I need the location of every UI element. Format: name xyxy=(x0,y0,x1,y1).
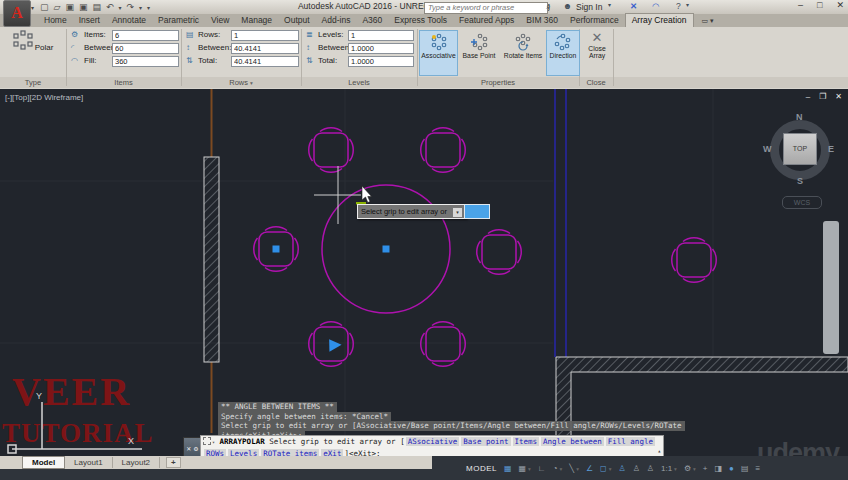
ribbon-display-toggle[interactable]: ▭ ▾ xyxy=(702,15,714,27)
annotation-autoscale-icon[interactable]: ♙ xyxy=(633,464,640,473)
polar-tracking-icon[interactable]: ◔ xyxy=(553,464,563,473)
command-customize-icon[interactable]: ⚙ xyxy=(193,445,198,452)
model-space-label[interactable]: MODEL xyxy=(466,464,497,473)
command-options-icon[interactable] xyxy=(203,437,211,445)
grid-icon[interactable]: ▦ xyxy=(504,464,512,473)
items-count-input[interactable] xyxy=(112,30,179,41)
search-input[interactable] xyxy=(424,2,548,14)
associative-toggle-button[interactable]: Associative xyxy=(419,30,458,76)
annotation-flag-icon[interactable]: ♙ xyxy=(647,464,654,473)
view-cube[interactable]: N W E S TOP xyxy=(766,116,834,184)
workspace-gear-icon[interactable]: ⚙ xyxy=(684,464,696,473)
tab-a360[interactable]: A360 xyxy=(356,14,388,27)
application-menu-button[interactable]: A xyxy=(3,0,31,27)
levels-count-input[interactable] xyxy=(348,30,414,41)
items-between-input[interactable] xyxy=(112,43,179,54)
object-snap-tracking-icon[interactable]: ∠ xyxy=(586,464,593,473)
dynamic-input-field[interactable] xyxy=(464,204,490,219)
polar-array-type-button[interactable]: Polar xyxy=(8,30,58,75)
direction-toggle-button[interactable]: Direction xyxy=(546,30,580,76)
tab-express-tools[interactable]: Express Tools xyxy=(388,14,453,27)
sign-in-button[interactable]: Sign In xyxy=(576,2,602,12)
sign-in-dropdown-icon[interactable]: ▾ xyxy=(608,1,611,8)
levels-total-icon: ⇅ xyxy=(306,56,313,65)
tab-add-ins[interactable]: Add-ins xyxy=(316,14,357,27)
quick-properties-icon[interactable]: ◨ xyxy=(714,464,722,473)
close-array-button[interactable]: ✕ Close Array xyxy=(581,30,613,76)
tab-array-creation[interactable]: Array Creation xyxy=(625,13,694,27)
object-snap-icon[interactable]: ◻ xyxy=(600,464,611,473)
annotation-visibility-icon[interactable]: ♙ xyxy=(618,464,625,473)
maximize-button[interactable]: □ xyxy=(817,0,822,10)
help-dropdown-icon[interactable]: ▾ xyxy=(686,1,689,8)
doc-restore-button[interactable]: ❐ xyxy=(819,92,826,101)
tab-parametric[interactable]: Parametric xyxy=(152,14,205,27)
rotate-items-icon xyxy=(514,33,532,51)
levels-total-input[interactable] xyxy=(348,56,414,67)
rows-total-label: Total: xyxy=(198,56,217,65)
tab-featured-apps[interactable]: Featured Apps xyxy=(453,14,520,27)
tab-manage[interactable]: Manage xyxy=(235,14,278,27)
levels-between-input[interactable] xyxy=(348,43,414,54)
option-associative[interactable]: ASsociative xyxy=(406,437,460,446)
option-base-point[interactable]: Base point xyxy=(461,437,510,446)
viewcube-west-label[interactable]: W xyxy=(763,144,772,154)
tab-view[interactable]: View xyxy=(205,14,235,27)
customization-crosshair-icon[interactable]: + xyxy=(703,464,708,473)
items-fill-input[interactable] xyxy=(112,56,179,67)
option-angle-between[interactable]: Angle between xyxy=(541,437,604,446)
levels-between-icon: ↕ xyxy=(306,43,310,52)
a360-icon[interactable]: ◠ xyxy=(652,1,659,11)
tab-insert[interactable]: Insert xyxy=(73,14,106,27)
tab-bim-360[interactable]: BIM 360 xyxy=(520,14,564,27)
rows-total-input[interactable] xyxy=(231,56,299,67)
tab-annotate[interactable]: Annotate xyxy=(106,14,152,27)
new-layout-button[interactable]: + xyxy=(166,457,181,468)
command-scroll-up-icon[interactable]: ▴ xyxy=(657,445,661,456)
viewport-controls-label[interactable]: [-][Top][2D Wireframe] xyxy=(5,93,83,102)
doc-close-button[interactable]: ✕ xyxy=(835,92,842,101)
graphics-performance-icon[interactable]: ● xyxy=(729,464,734,473)
option-fill-angle[interactable]: Fill angle xyxy=(606,437,655,446)
command-options-dropdown[interactable]: ▾ xyxy=(212,439,215,445)
minimize-button[interactable]: – xyxy=(798,0,803,10)
base-point-button[interactable]: Base Point xyxy=(458,30,500,76)
levels-between-label: Between: xyxy=(318,43,351,52)
ortho-icon[interactable]: ∟ xyxy=(538,464,546,473)
rows-between-icon: ↕ xyxy=(186,43,190,52)
direction-button-label: Direction xyxy=(550,52,577,59)
tab-model[interactable]: Model xyxy=(22,456,65,469)
viewcube-south-label[interactable]: S xyxy=(797,176,803,186)
option-items[interactable]: Items xyxy=(513,437,540,446)
command-line[interactable]: ▾ ARRAYPOLAR Select grip to edit array o… xyxy=(200,435,664,457)
tab-output[interactable]: Output xyxy=(278,14,316,27)
rows-between-input[interactable] xyxy=(231,43,299,54)
plot-tray-icon[interactable]: ▤ xyxy=(741,464,749,473)
snap-mode-icon[interactable]: ▦ xyxy=(519,464,531,473)
tab-layout1[interactable]: Layout1 xyxy=(65,457,112,468)
annotation-scale-button[interactable]: 1:1 xyxy=(661,464,677,473)
items-fill-label: Fill: xyxy=(84,56,96,65)
command-close-icon[interactable]: ✕ xyxy=(186,445,191,452)
exchange-apps-icon[interactable]: ✕ xyxy=(630,1,637,11)
tab-layout2[interactable]: Layout2 xyxy=(113,457,160,468)
layout-tab-bar: Model Layout1 Layout2 + xyxy=(0,456,432,469)
search-icon[interactable]: ⌕ xyxy=(546,1,551,12)
help-icon[interactable]: ? xyxy=(676,1,681,11)
viewcube-top-face[interactable]: TOP xyxy=(783,133,817,165)
viewcube-north-label[interactable]: N xyxy=(796,112,803,122)
tooltip-dropdown-icon[interactable]: ▾ xyxy=(452,207,463,218)
polar-button-label: Polar xyxy=(35,43,54,52)
wcs-button[interactable]: WCS xyxy=(782,196,822,209)
close-button[interactable]: ✕ xyxy=(836,0,844,10)
rotate-items-button[interactable]: Rotate Items xyxy=(500,30,546,76)
tab-performance[interactable]: Performance xyxy=(564,14,625,27)
customization-menu-icon[interactable]: ≡ xyxy=(755,464,760,473)
rows-count-input[interactable] xyxy=(231,30,299,41)
viewcube-east-label[interactable]: E xyxy=(828,144,834,154)
panel-label-rows[interactable]: Rows xyxy=(181,78,301,87)
history-line: Specify angle between items: *Cancel* xyxy=(218,412,391,422)
isometric-drafting-icon[interactable]: ╲ xyxy=(569,464,579,473)
tab-home[interactable]: Home xyxy=(38,14,73,27)
doc-minimize-button[interactable]: – xyxy=(806,92,810,101)
